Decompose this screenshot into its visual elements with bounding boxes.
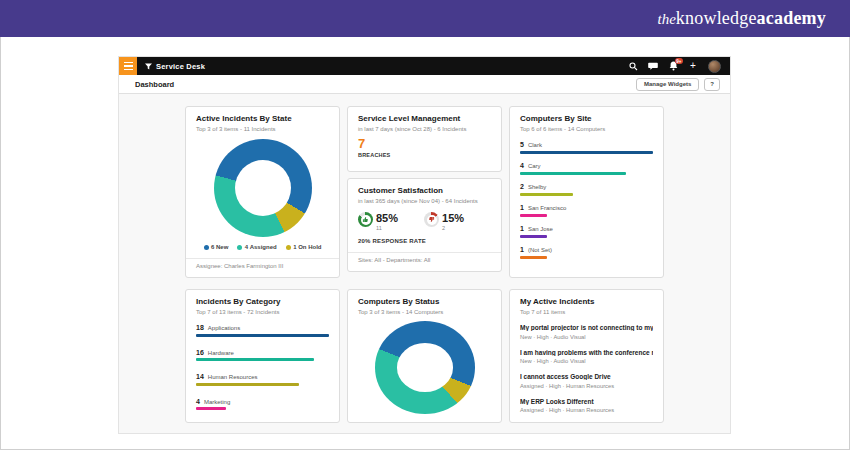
bar <box>196 383 299 386</box>
bar <box>196 334 329 337</box>
breaches-count: 7 <box>358 137 491 150</box>
bar-row[interactable]: 14Human Resources <box>196 373 329 386</box>
widget-computers-by-site[interactable]: Computers By Site Top 6 of 6 items - 14 … <box>509 106 664 278</box>
dashboard-header-actions: Manage Widgets ? <box>636 78 720 91</box>
bar-row[interactable]: 1(Not Set) <box>520 246 653 259</box>
bar <box>520 214 547 217</box>
user-avatar[interactable] <box>708 60 721 73</box>
negative-percent: 15% <box>442 212 464 224</box>
widget-my-active-incidents[interactable]: My Active Incidents Top 7 of 11 items My… <box>509 289 664 423</box>
widget-title: Incidents By Category <box>196 298 329 307</box>
widget-grid: Active Incidents By State Top 3 of 3 ite… <box>119 94 730 433</box>
widget-service-level-management[interactable]: Service Level Management in last 7 days … <box>347 106 502 172</box>
widget-title: Customer Satisfaction <box>358 187 491 196</box>
widget-subtitle: Top 3 of 3 items - 14 Computers <box>358 309 491 315</box>
page-title: Dashboard <box>135 80 174 89</box>
funnel-icon <box>145 63 152 70</box>
widget-subtitle: Top 6 of 6 items - 14 Computers <box>520 126 653 132</box>
satisfaction-gauges: 85% 11 15% 2 <box>358 212 491 231</box>
computers-by-status-donut-chart[interactable] <box>375 321 475 414</box>
incident-list-item[interactable]: My portal projector is not connecting to… <box>520 324 653 340</box>
widget-title: Computers By Site <box>520 115 653 124</box>
thumbs-down-ring <box>424 212 439 227</box>
app-title[interactable]: Service Desk <box>145 62 205 71</box>
notification-badge: 9+ <box>675 58 683 64</box>
incident-list-item[interactable]: I cannot access Google Drive Assigned · … <box>520 373 653 389</box>
widget-computers-by-status[interactable]: Computers By Status Top 3 of 3 items - 1… <box>347 289 502 423</box>
legend-dot <box>237 245 242 250</box>
legend-label: 6 New <box>211 244 228 250</box>
bar-row[interactable]: 1San Francisco <box>520 204 653 217</box>
positive-gauge: 85% 11 <box>358 212 398 231</box>
widget-title: My Active Incidents <box>520 298 653 307</box>
widget-title: Computers By Status <box>358 298 491 307</box>
widget-subtitle: Top 7 of 11 items <box>520 309 653 315</box>
chat-icon[interactable] <box>648 60 658 72</box>
widget-incidents-by-category[interactable]: Incidents By Category Top 7 of 13 items … <box>185 289 340 423</box>
response-rate-label: 20% RESPONSE RATE <box>358 238 491 244</box>
manage-widgets-button[interactable]: Manage Widgets <box>636 78 699 91</box>
incidents-by-state-donut-chart[interactable] <box>214 139 312 237</box>
bar <box>196 407 226 410</box>
widget-title: Service Level Management <box>358 115 491 124</box>
widget-active-incidents-by-state[interactable]: Active Incidents By State Top 3 of 3 ite… <box>185 106 340 278</box>
legend-dot <box>286 245 291 250</box>
incident-list-item[interactable]: My ERP Looks Different Assigned · High ·… <box>520 398 653 414</box>
donut-legend: 6 New 4 Assigned 1 On Hold <box>196 244 329 250</box>
legend-label: 4 Assigned <box>245 244 277 250</box>
site-bar-list: 5Clark 4Cary 2Shelby 1San Francisco <box>520 141 653 267</box>
app-name-label: Service Desk <box>156 62 205 71</box>
bar-row[interactable]: 4Marketing <box>196 398 329 411</box>
widget-subtitle: in last 365 days (since Nov 04) - 64 Inc… <box>358 198 491 204</box>
negative-count: 2 <box>442 225 464 231</box>
search-icon[interactable] <box>628 60 638 72</box>
bar <box>520 193 573 196</box>
widget-footer-filters: Sites: All - Departments: All <box>348 252 501 263</box>
service-desk-dashboard: Service Desk 9+ + Dashboard Manage Widge… <box>118 56 731 434</box>
legend-label: 1 On Hold <box>293 244 321 250</box>
widget-title: Active Incidents By State <box>196 115 329 124</box>
positive-percent: 85% <box>376 212 398 224</box>
top-toolbar: Service Desk 9+ + <box>119 57 730 75</box>
widget-footer-assignee: Assignee: Charles Farmington III <box>186 258 339 269</box>
hamburger-menu-icon[interactable] <box>119 57 137 75</box>
legend-dot <box>204 245 209 250</box>
category-bar-list: 18Applications 16Hardware 14Human Resour… <box>196 324 329 422</box>
widget-subtitle: in last 7 days (since Oct 28) - 6 Incide… <box>358 126 491 132</box>
toolbar-actions: 9+ + <box>628 60 730 73</box>
bar-row[interactable]: 16Hardware <box>196 349 329 362</box>
bar-row[interactable]: 5Clark <box>520 141 653 154</box>
legend-item-on-hold: 1 On Hold <box>286 244 322 250</box>
dashboard-header: Dashboard Manage Widgets ? <box>119 75 730 94</box>
legend-item-assigned: 4 Assigned <box>237 244 276 250</box>
bar-row[interactable]: 1San Jose <box>520 225 653 238</box>
bell-icon[interactable]: 9+ <box>668 60 678 72</box>
positive-count: 11 <box>376 225 398 231</box>
incident-list-item[interactable]: I am having problems with the conference… <box>520 349 653 365</box>
widget-subtitle: Top 7 of 13 items - 72 Incidents <box>196 309 329 315</box>
brand-banner: theknowledgeacademy <box>0 0 850 37</box>
bar <box>520 172 626 175</box>
bar <box>520 256 547 259</box>
logo-academy: academy <box>757 8 826 28</box>
bar-row[interactable]: 18Applications <box>196 324 329 337</box>
widget-customer-satisfaction[interactable]: Customer Satisfaction in last 365 days (… <box>347 178 502 272</box>
help-button[interactable]: ? <box>704 78 720 91</box>
bar <box>196 358 314 361</box>
plus-icon[interactable]: + <box>688 60 698 72</box>
widget-subtitle: Top 3 of 3 items - 11 Incidents <box>196 126 329 132</box>
negative-gauge: 15% 2 <box>424 212 464 231</box>
bar-row[interactable]: 4Cary <box>520 162 653 175</box>
knowledgeacademy-logo: theknowledgeacademy <box>658 8 827 29</box>
bar <box>520 235 547 238</box>
thumbs-up-icon <box>362 216 369 223</box>
bar <box>520 151 653 154</box>
thumbs-down-icon <box>428 216 435 223</box>
thumbs-up-ring <box>358 212 373 227</box>
logo-the: the <box>658 11 676 27</box>
logo-knowledge: knowledge <box>676 8 757 28</box>
bar-row[interactable]: 2Shelby <box>520 183 653 196</box>
breaches-label: BREACHES <box>358 152 491 158</box>
legend-item-new: 6 New <box>204 244 229 250</box>
